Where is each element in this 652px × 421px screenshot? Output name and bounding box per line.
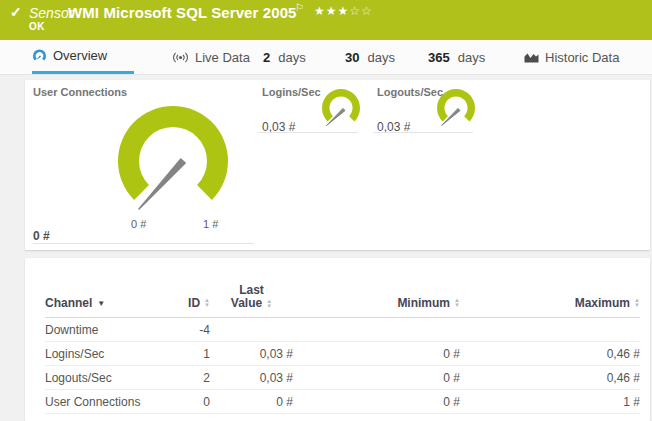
status-check-icon: ✓ (10, 4, 22, 20)
tab-30-days-label: days (367, 50, 394, 65)
cell-last-value: 0,03 # (210, 371, 293, 385)
cell-last-value: 0 # (210, 395, 293, 409)
logouts-gauge (434, 87, 478, 131)
tab-bar: Overview Live Data 2 days 30 days 365 da… (0, 40, 652, 75)
tab-30-days-number: 30 (345, 50, 359, 65)
tab-365-days-number: 365 (428, 50, 450, 65)
header-maximum[interactable]: Maximum ▲▼ (460, 296, 640, 310)
overview-gauges-panel: User Connections 0 # 1 # 0 # Logins/Sec … (25, 80, 650, 250)
cell-channel: Downtime (45, 323, 185, 337)
channel-table: Channel ▼ ID ▲▼ Last Value ▲▼ Minimum ▲▼ (45, 284, 640, 414)
header-value-label: Value (231, 297, 262, 310)
cell-minimum: 0 # (293, 395, 460, 409)
cell-channel: Logouts/Sec (45, 371, 185, 385)
tab-365-days[interactable]: 365 days (428, 40, 485, 74)
cell-id: 1 (185, 347, 210, 361)
cell-last-value: 0,03 # (210, 347, 293, 361)
table-row[interactable]: Logouts/Sec 2 0,03 # 0 # 0,46 # (45, 366, 640, 390)
primary-gauge-value: 0 # (33, 229, 50, 243)
primary-gauge-max: 1 # (203, 218, 218, 230)
cell-maximum: 1 # (460, 395, 640, 409)
sensor-header: ✓ Sensor WMI Microsoft SQL Server 2005 ⚐… (0, 0, 652, 40)
logins-cell-divider (258, 132, 358, 133)
sort-icon[interactable]: ▲▼ (266, 299, 272, 309)
table-row[interactable]: Downtime -4 (45, 318, 640, 342)
cell-id: -4 (185, 323, 210, 337)
cell-maximum: 0,46 # (460, 371, 640, 385)
gauge-icon (32, 48, 47, 63)
tab-2-days-label: days (278, 50, 305, 65)
tab-365-days-label: days (458, 50, 485, 65)
tab-2-days[interactable]: 2 days (263, 40, 306, 74)
cell-minimum: 0 # (293, 347, 460, 361)
priority-stars[interactable]: ★★★☆☆ (314, 4, 373, 18)
channel-table-panel: Channel ▼ ID ▲▼ Last Value ▲▼ Minimum ▲▼ (25, 258, 650, 421)
live-signal-icon (172, 51, 189, 64)
primary-cell-divider (33, 243, 254, 244)
logouts-cell-divider (373, 132, 473, 133)
header-maximum-label: Maximum (575, 296, 630, 310)
tab-30-days[interactable]: 30 days (345, 40, 395, 74)
tab-overview-label: Overview (53, 48, 107, 63)
table-row[interactable]: User Connections 0 0 # 0 # 1 # (45, 390, 640, 414)
header-id-label: ID (188, 296, 200, 310)
stars-filled[interactable]: ★★★ (314, 4, 349, 18)
tab-historic-data[interactable]: Historic Data (524, 40, 619, 74)
header-channel[interactable]: Channel ▼ (45, 296, 185, 310)
tab-2-days-number: 2 (263, 50, 270, 65)
header-id[interactable]: ID ▲▼ (185, 296, 210, 310)
header-channel-label: Channel (45, 296, 92, 310)
tab-live-data-label: Live Data (195, 50, 250, 65)
cell-id: 2 (185, 371, 210, 385)
logins-gauge-label: Logins/Sec (262, 86, 321, 98)
logins-gauge (319, 87, 363, 131)
cell-channel: Logins/Sec (45, 347, 185, 361)
table-row[interactable]: Logins/Sec 1 0,03 # 0 # 0,46 # (45, 342, 640, 366)
header-minimum-label: Minimum (397, 296, 450, 310)
primary-gauge-min: 0 # (131, 218, 146, 230)
stars-empty[interactable]: ☆☆ (349, 4, 373, 18)
cell-maximum: 0,46 # (460, 347, 640, 361)
channel-dropdown-icon[interactable]: ▼ (97, 299, 105, 308)
priority-flag-icon[interactable]: ⚐ (295, 2, 304, 13)
table-header-row: Channel ▼ ID ▲▼ Last Value ▲▼ Minimum ▲▼ (45, 284, 640, 318)
object-type-label: Sensor (29, 5, 73, 21)
header-last-value[interactable]: Last Value ▲▼ (210, 284, 293, 310)
sensor-status-badge: OK (29, 21, 45, 32)
tab-overview[interactable]: Overview (32, 40, 134, 74)
primary-gauge (93, 83, 253, 233)
sort-icon[interactable]: ▲▼ (634, 298, 640, 308)
historic-chart-icon (524, 51, 539, 63)
tab-historic-data-label: Historic Data (545, 50, 619, 65)
cell-channel: User Connections (45, 395, 185, 409)
cell-id: 0 (185, 395, 210, 409)
cell-minimum: 0 # (293, 371, 460, 385)
header-minimum[interactable]: Minimum ▲▼ (293, 296, 460, 310)
tab-live-data[interactable]: Live Data (172, 40, 250, 74)
sensor-title: WMI Microsoft SQL Server 2005 (68, 4, 297, 21)
